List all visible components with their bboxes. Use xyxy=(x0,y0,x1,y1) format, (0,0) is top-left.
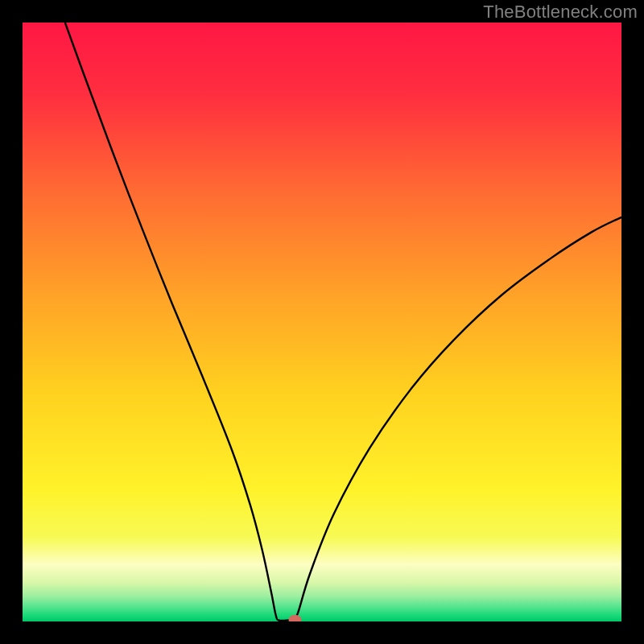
bottleneck-chart xyxy=(23,23,621,621)
plot-area xyxy=(23,23,621,621)
gradient-background xyxy=(23,23,621,621)
chart-frame: TheBottleneck.com xyxy=(0,0,644,644)
attribution-text: TheBottleneck.com xyxy=(483,2,638,23)
